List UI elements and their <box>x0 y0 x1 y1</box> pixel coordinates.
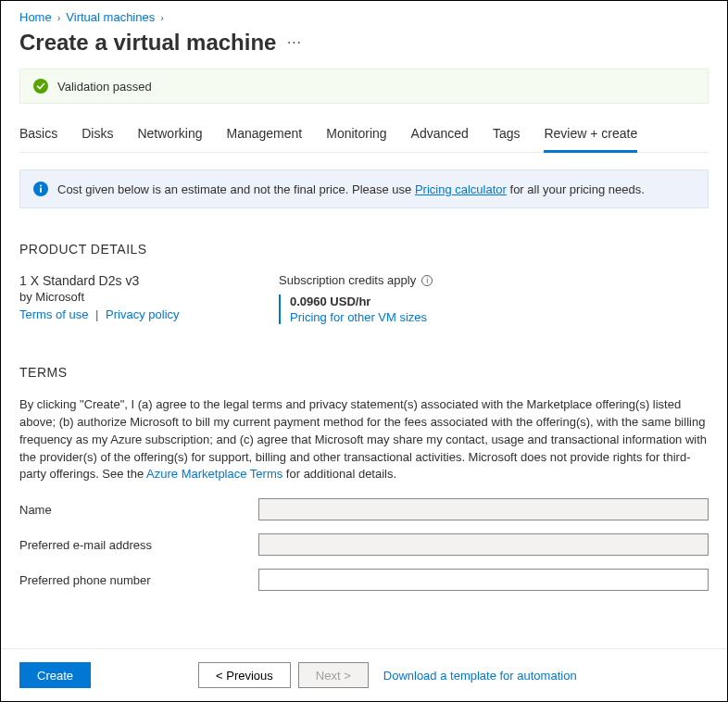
cost-info-suffix: for all your pricing needs. <box>510 182 645 196</box>
name-label: Name <box>19 503 258 517</box>
terms-text: By clicking "Create", I (a) agree to the… <box>19 396 709 483</box>
product-details-heading: PRODUCT DETAILS <box>19 242 709 257</box>
validation-banner: Validation passed <box>19 69 709 104</box>
download-template-link[interactable]: Download a template for automation <box>383 669 577 683</box>
tab-basics[interactable]: Basics <box>19 119 57 152</box>
success-check-icon <box>33 79 48 94</box>
subscription-credits-label: Subscription credits apply <box>279 273 416 287</box>
name-input[interactable] <box>258 498 709 520</box>
page-title: Create a virtual machine ··· <box>19 30 709 56</box>
terms-text-after: for additional details. <box>286 467 396 481</box>
phone-label: Preferred phone number <box>19 573 258 587</box>
separator: | <box>95 307 98 321</box>
terms-heading: TERMS <box>19 365 709 380</box>
tab-networking[interactable]: Networking <box>137 119 202 152</box>
tab-management[interactable]: Management <box>227 119 303 152</box>
product-name: 1 X Standard D2s v3 <box>19 273 223 288</box>
pricing-other-sizes-link[interactable]: Pricing for other VM sizes <box>290 310 427 324</box>
previous-button[interactable]: < Previous <box>198 662 291 688</box>
breadcrumb-home[interactable]: Home <box>19 10 52 24</box>
tabs: Basics Disks Networking Management Monit… <box>19 119 709 153</box>
breadcrumb: Home › Virtual machines › <box>19 10 709 24</box>
price-value: 0.0960 USD/hr <box>290 295 709 308</box>
form-row-phone: Preferred phone number <box>19 569 709 591</box>
azure-marketplace-terms-link[interactable]: Azure Marketplace Terms <box>146 467 282 481</box>
terms-of-use-link[interactable]: Terms of use <box>19 307 88 321</box>
tab-tags[interactable]: Tags <box>493 119 521 152</box>
price-box: 0.0960 USD/hr Pricing for other VM sizes <box>279 295 709 324</box>
svg-point-2 <box>40 184 42 186</box>
tab-advanced[interactable]: Advanced <box>411 119 469 152</box>
email-label: Preferred e-mail address <box>19 538 258 552</box>
product-right: Subscription credits apply i 0.0960 USD/… <box>279 273 709 324</box>
validation-message: Validation passed <box>57 80 152 94</box>
email-input[interactable] <box>258 533 709 556</box>
chevron-right-icon: › <box>57 12 61 23</box>
cost-info-text: Cost given below is an estimate and not … <box>57 182 645 196</box>
footer: Create < Previous Next > Download a temp… <box>1 648 727 701</box>
more-actions-icon[interactable]: ··· <box>287 36 302 49</box>
breadcrumb-virtual-machines[interactable]: Virtual machines <box>66 10 155 24</box>
form-row-name: Name <box>19 498 709 520</box>
tab-review-create[interactable]: Review + create <box>544 119 637 153</box>
phone-input[interactable] <box>258 569 709 591</box>
info-icon[interactable]: i <box>421 275 433 286</box>
privacy-policy-link[interactable]: Privacy policy <box>106 307 179 321</box>
form-row-email: Preferred e-mail address <box>19 533 709 556</box>
create-button[interactable]: Create <box>19 662 91 688</box>
subscription-credits-row: Subscription credits apply i <box>279 273 709 287</box>
cost-info-prefix: Cost given below is an estimate and not … <box>57 182 415 196</box>
pricing-calculator-link[interactable]: Pricing calculator <box>415 182 507 196</box>
page-title-text: Create a virtual machine <box>19 30 276 56</box>
info-icon <box>33 182 48 196</box>
svg-rect-3 <box>40 188 42 194</box>
tab-monitoring[interactable]: Monitoring <box>326 119 386 152</box>
product-publisher: by Microsoft <box>19 290 223 304</box>
next-button: Next > <box>298 662 369 688</box>
product-details-row: 1 X Standard D2s v3 by Microsoft Terms o… <box>19 273 709 324</box>
chevron-right-icon: › <box>160 12 164 23</box>
tab-disks[interactable]: Disks <box>82 119 113 152</box>
cost-info-banner: Cost given below is an estimate and not … <box>19 169 709 208</box>
product-left: 1 X Standard D2s v3 by Microsoft Terms o… <box>19 273 223 324</box>
svg-point-0 <box>33 79 48 94</box>
